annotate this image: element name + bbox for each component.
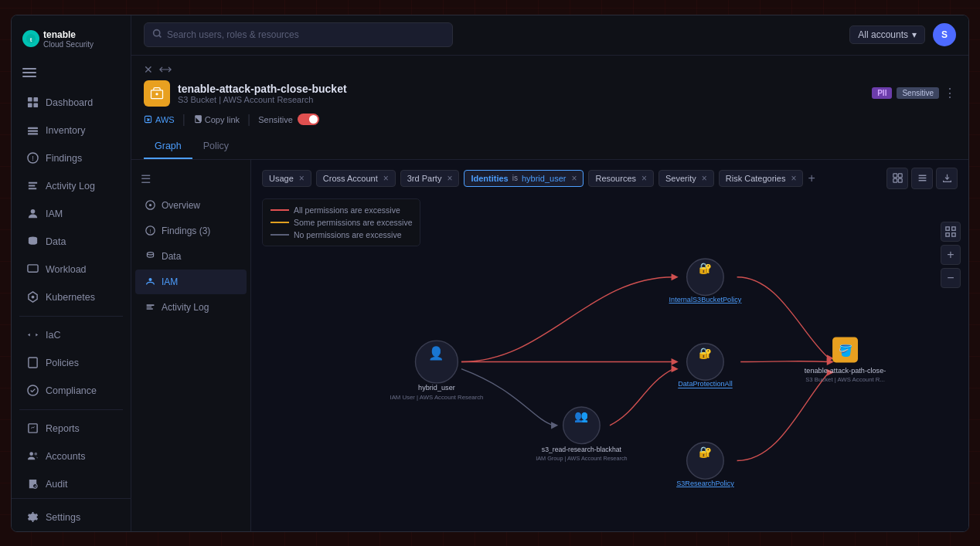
sidebar-item-policies[interactable]: Policies <box>15 350 127 376</box>
svg-rect-33 <box>893 174 897 178</box>
sidebar-item-workload[interactable]: Workload <box>15 256 127 283</box>
left-nav-item-overview[interactable]: Overview <box>135 193 247 218</box>
resource-title-info: tenable-attack-path-close-bucket S3 Buck… <box>178 83 347 104</box>
sidebar-item-settings[interactable]: Settings <box>15 504 127 531</box>
filter-severity-close[interactable]: × <box>702 173 707 184</box>
svg-rect-36 <box>898 178 902 182</box>
sidebar-header: t tenable Cloud Security <box>12 22 131 59</box>
svg-text:🔐: 🔐 <box>699 347 713 360</box>
filter-identities-close[interactable]: × <box>571 173 577 184</box>
sensitive-row: Sensitive <box>258 114 319 125</box>
left-nav-item-activity-log[interactable]: Activity Log <box>135 295 247 320</box>
sidebar-item-compliance[interactable]: Compliance <box>15 378 127 404</box>
resource-icon <box>144 80 170 107</box>
resource-subtitle: S3 Bucket | AWS Account Research <box>178 95 347 104</box>
svg-text:🔐: 🔐 <box>699 262 713 275</box>
search-icon <box>152 29 162 41</box>
filter-resources[interactable]: Resources × <box>588 170 654 187</box>
left-nav-menu-toggle[interactable]: ☰ <box>131 166 250 192</box>
svg-point-22 <box>154 30 160 36</box>
svg-rect-5 <box>33 103 38 107</box>
close-button[interactable]: ✕ <box>144 63 153 76</box>
sidebar-item-data[interactable]: Data <box>15 229 127 255</box>
view-list-button[interactable] <box>911 168 933 189</box>
filter-risk-categories-close[interactable]: × <box>791 173 796 184</box>
sidebar-item-activity-log[interactable]: Activity Log <box>15 173 127 199</box>
tab-graph[interactable]: Graph <box>144 134 192 159</box>
svg-point-20 <box>34 453 37 456</box>
logo-sub: Cloud Security <box>43 40 94 49</box>
left-nav-item-iam[interactable]: IAM <box>135 270 247 294</box>
left-nav-item-data[interactable]: Data <box>135 244 247 269</box>
view-grid-button[interactable] <box>886 168 908 189</box>
sidebar-divider2 <box>19 409 123 410</box>
topbar: Search users, roles & resources All acco… <box>131 15 968 56</box>
svg-point-15 <box>31 296 34 299</box>
search-bar[interactable]: Search users, roles & resources <box>144 22 453 47</box>
svg-text:S3 Bucket | AWS Account R...: S3 Bucket | AWS Account R... <box>805 376 885 383</box>
svg-rect-13 <box>27 265 37 272</box>
sidebar-item-accounts[interactable]: Accounts <box>15 443 127 470</box>
sidebar-item-audit[interactable]: Audit <box>15 471 127 497</box>
sidebar-item-label: Data <box>46 236 66 247</box>
filter-add-button[interactable]: + <box>808 171 815 185</box>
expand-button[interactable] <box>159 65 172 74</box>
svg-point-28 <box>148 204 151 206</box>
left-nav-item-label: Data <box>162 251 181 262</box>
sidebar-item-kubernetes[interactable]: Kubernetes <box>15 284 127 310</box>
user-avatar[interactable]: S <box>933 23 956 46</box>
sidebar-item-label: Reports <box>46 423 80 434</box>
sidebar-item-iam[interactable]: IAM <box>15 201 127 227</box>
accounts-icon <box>26 450 39 463</box>
accounts-button[interactable]: All accounts ▾ <box>849 25 925 44</box>
filter-3rd-party-close[interactable]: × <box>447 173 452 184</box>
download-button[interactable] <box>936 168 958 189</box>
svg-text:👤: 👤 <box>428 345 444 361</box>
filter-identities[interactable]: Identities is hybrid_user × <box>464 170 584 187</box>
sidebar-menu-toggle[interactable] <box>12 59 131 86</box>
sidebar-item-iac[interactable]: IaC <box>15 322 127 348</box>
filter-usage-close[interactable]: × <box>299 173 305 184</box>
left-nav-item-label: Overview <box>162 200 200 211</box>
svg-text:!: ! <box>149 228 151 235</box>
sidebar-item-label: Audit <box>46 479 68 490</box>
filter-resources-close[interactable]: × <box>641 173 647 184</box>
sidebar-item-label: Findings <box>46 153 82 164</box>
filter-3rd-party[interactable]: 3rd Party × <box>400 170 460 187</box>
sensitive-toggle[interactable] <box>298 114 319 125</box>
filter-cross-account[interactable]: Cross Account × <box>316 170 396 187</box>
filter-severity[interactable]: Severity × <box>658 170 714 187</box>
sidebar-item-label: Kubernetes <box>46 292 95 303</box>
sidebar-item-label: Dashboard <box>46 97 93 108</box>
aws-link[interactable]: AWS <box>144 115 175 124</box>
svg-text:hybrid_user: hybrid_user <box>418 384 455 392</box>
resource-header-top: tenable-attack-path-close-bucket S3 Buck… <box>144 80 956 107</box>
resource-panel: ✕ tenable-atta <box>131 56 968 531</box>
filter-risk-categories[interactable]: Risk Categories × <box>719 170 804 187</box>
data-icon <box>26 236 39 248</box>
svg-text:IAM Group | AWS Account Resear: IAM Group | AWS Account Research <box>536 454 627 461</box>
tabs-row: Graph Policy <box>144 134 956 159</box>
svg-rect-3 <box>33 97 38 102</box>
svg-text:tenable-attack-path-close-: tenable-attack-path-close- <box>805 367 886 375</box>
svg-text:t: t <box>30 36 32 43</box>
sidebar: t tenable Cloud Security Dashboard <box>12 15 131 531</box>
settings-icon <box>26 511 39 524</box>
sidebar-item-inventory[interactable]: Inventory <box>15 117 127 144</box>
overview-icon <box>145 200 155 211</box>
sidebar-item-findings[interactable]: ! Findings <box>15 145 127 171</box>
filter-usage[interactable]: Usage × <box>262 170 311 187</box>
tab-policy[interactable]: Policy <box>192 134 240 159</box>
svg-text:!: ! <box>32 154 34 162</box>
svg-text:👥: 👥 <box>574 409 589 423</box>
filter-cross-account-close[interactable]: × <box>383 173 389 184</box>
sidebar-item-dashboard[interactable]: Dashboard <box>15 90 127 116</box>
svg-rect-4 <box>27 103 32 107</box>
left-nav-item-label: Findings (3) <box>162 226 210 236</box>
more-options-button[interactable]: ⋮ <box>944 86 956 100</box>
workload-icon <box>26 263 39 276</box>
copy-link-button[interactable]: Copy link <box>193 115 240 124</box>
sidebar-item-reports[interactable]: Reports <box>15 415 127 442</box>
left-nav-item-findings[interactable]: ! Findings (3) <box>135 219 247 243</box>
resource-header: ✕ tenable-atta <box>131 56 968 160</box>
